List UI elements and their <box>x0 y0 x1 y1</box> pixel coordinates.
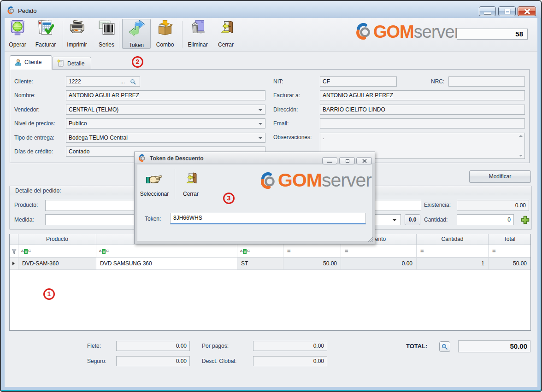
svg-text:/....: /.... <box>160 24 164 27</box>
